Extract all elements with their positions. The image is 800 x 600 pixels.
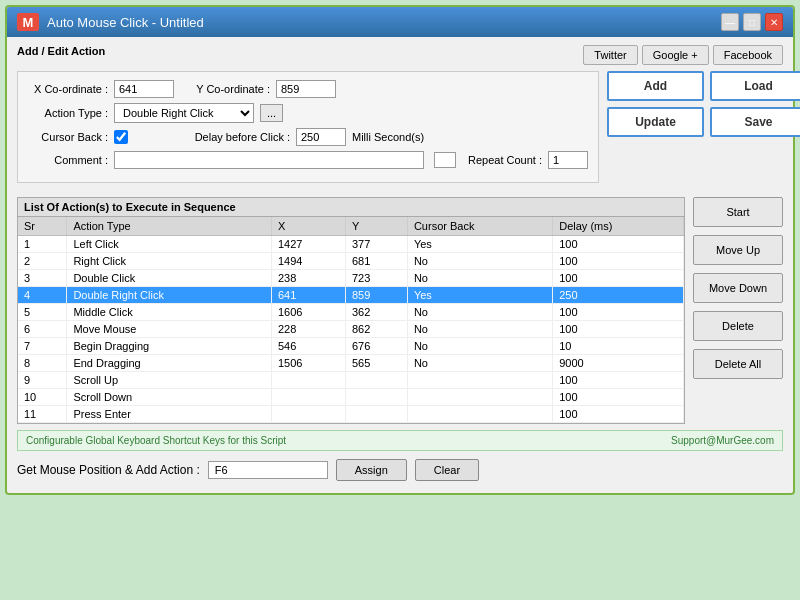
add-button[interactable]: Add	[607, 71, 704, 101]
table-row[interactable]: 2Right Click1494681No100	[18, 253, 684, 270]
col-delay: Delay (ms)	[553, 217, 684, 236]
table-cell: 100	[553, 406, 684, 423]
table-row[interactable]: 7Begin Dragging546676No10	[18, 338, 684, 355]
table-cell: 3	[18, 270, 67, 287]
twitter-button[interactable]: Twitter	[583, 45, 637, 65]
table-cell: 100	[553, 304, 684, 321]
table-cell: 250	[553, 287, 684, 304]
table-cell: 546	[271, 338, 345, 355]
form-and-actions: X Co-ordinate : Y Co-ordinate : Action T…	[17, 71, 783, 191]
app-logo: M	[17, 13, 39, 31]
table-row[interactable]: 11Press Enter100	[18, 406, 684, 423]
table-cell: 1	[18, 236, 67, 253]
table-row[interactable]: 8End Dragging1506565No9000	[18, 355, 684, 372]
table-cell	[271, 389, 345, 406]
cursor-back-checkbox[interactable]	[114, 130, 128, 144]
google-button[interactable]: Google +	[642, 45, 709, 65]
table-cell: Scroll Up	[67, 372, 271, 389]
facebook-button[interactable]: Facebook	[713, 45, 783, 65]
table-row[interactable]: 3Double Click238723No100	[18, 270, 684, 287]
shortcut-label: Configurable Global Keyboard Shortcut Ke…	[26, 435, 286, 446]
comment-extra-box	[434, 152, 456, 168]
bottom-bar-inner: Configurable Global Keyboard Shortcut Ke…	[26, 435, 774, 446]
table-cell: 9	[18, 372, 67, 389]
move-up-button[interactable]: Move Up	[693, 235, 783, 265]
maximize-button[interactable]: □	[743, 13, 761, 31]
ms-label: Milli Second(s)	[352, 131, 424, 143]
table-row[interactable]: 5Middle Click1606362No100	[18, 304, 684, 321]
load-button[interactable]: Load	[710, 71, 800, 101]
dots-button[interactable]: ...	[260, 104, 283, 122]
table-cell: Right Click	[67, 253, 271, 270]
table-cell	[271, 372, 345, 389]
list-section-area: List Of Action(s) to Execute in Sequence…	[17, 197, 783, 430]
clear-button[interactable]: Clear	[415, 459, 479, 481]
save-button[interactable]: Save	[710, 107, 800, 137]
table-cell: Yes	[407, 236, 552, 253]
table-row[interactable]: 1Left Click1427377Yes100	[18, 236, 684, 253]
table-header-row: Sr Action Type X Y Cursor Back Delay (ms…	[18, 217, 684, 236]
assign-button[interactable]: Assign	[336, 459, 407, 481]
table-cell: 2	[18, 253, 67, 270]
form-section-label: Add / Edit Action	[17, 45, 105, 57]
buttons-grid: Add Load Update Save	[607, 71, 800, 137]
action-type-select[interactable]: Double Right Click Left Click Right Clic…	[114, 103, 254, 123]
minimize-button[interactable]: —	[721, 13, 739, 31]
repeat-count-label: Repeat Count :	[462, 154, 542, 166]
table-row[interactable]: 9Scroll Up100	[18, 372, 684, 389]
x-coord-input[interactable]	[114, 80, 174, 98]
table-cell	[345, 389, 407, 406]
comment-input[interactable]	[114, 151, 424, 169]
y-coord-input[interactable]	[276, 80, 336, 98]
table-cell: 6	[18, 321, 67, 338]
table-cell: 1606	[271, 304, 345, 321]
table-cell: No	[407, 338, 552, 355]
table-cell: Double Click	[67, 270, 271, 287]
table-row[interactable]: 6Move Mouse228862No100	[18, 321, 684, 338]
table-row[interactable]: 4Double Right Click641859Yes250	[18, 287, 684, 304]
shortcut-info-bar: Configurable Global Keyboard Shortcut Ke…	[17, 430, 783, 451]
table-cell: 723	[345, 270, 407, 287]
title-bar: M Auto Mouse Click - Untitled — □ ✕	[7, 7, 793, 37]
start-button[interactable]: Start	[693, 197, 783, 227]
list-header: List Of Action(s) to Execute in Sequence	[18, 198, 684, 217]
cursor-delay-row: Cursor Back : Delay before Click : Milli…	[28, 128, 588, 146]
table-cell: 9000	[553, 355, 684, 372]
actions-table: Sr Action Type X Y Cursor Back Delay (ms…	[18, 217, 684, 423]
list-area: List Of Action(s) to Execute in Sequence…	[17, 197, 685, 430]
table-row[interactable]: 10Scroll Down100	[18, 389, 684, 406]
table-cell	[407, 389, 552, 406]
close-button[interactable]: ✕	[765, 13, 783, 31]
table-cell: Press Enter	[67, 406, 271, 423]
table-cell: 565	[345, 355, 407, 372]
bottom-row: Get Mouse Position & Add Action : Assign…	[17, 455, 783, 485]
position-label: Get Mouse Position & Add Action :	[17, 463, 200, 477]
y-coord-label: Y Co-ordinate :	[180, 83, 270, 95]
comment-label: Comment :	[28, 154, 108, 166]
table-cell: 4	[18, 287, 67, 304]
right-buttons: Start Move Up Move Down Delete Delete Al…	[693, 197, 783, 430]
delete-button[interactable]: Delete	[693, 311, 783, 341]
edit-form: X Co-ordinate : Y Co-ordinate : Action T…	[17, 71, 599, 183]
update-button[interactable]: Update	[607, 107, 704, 137]
repeat-count-input[interactable]	[548, 151, 588, 169]
shortcut-key-input[interactable]	[208, 461, 328, 479]
table-cell: 10	[553, 338, 684, 355]
move-down-button[interactable]: Move Down	[693, 273, 783, 303]
table-cell: 100	[553, 236, 684, 253]
table-cell: End Dragging	[67, 355, 271, 372]
table-cell: 362	[345, 304, 407, 321]
table-cell: Yes	[407, 287, 552, 304]
col-x: X	[271, 217, 345, 236]
main-window: M Auto Mouse Click - Untitled — □ ✕ Add …	[5, 5, 795, 495]
delete-all-button[interactable]: Delete All	[693, 349, 783, 379]
table-cell: 100	[553, 270, 684, 287]
table-cell	[407, 372, 552, 389]
table-cell: 7	[18, 338, 67, 355]
col-action-type: Action Type	[67, 217, 271, 236]
delay-input[interactable]	[296, 128, 346, 146]
action-buttons: Add Load Update Save	[607, 71, 800, 191]
cursor-back-label: Cursor Back :	[28, 131, 108, 143]
table-cell: 676	[345, 338, 407, 355]
table-cell: 641	[271, 287, 345, 304]
